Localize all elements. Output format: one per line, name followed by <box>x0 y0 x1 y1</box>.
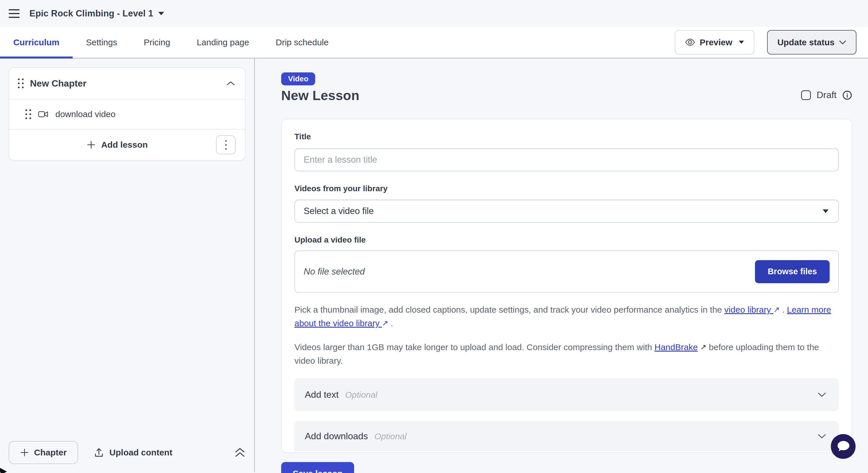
tab-label: Drip schedule <box>276 37 329 47</box>
selected-value: Select a video file <box>304 206 374 216</box>
add-text-label: Add text <box>305 389 339 400</box>
tab-label: Curriculum <box>13 37 59 47</box>
preview-label: Preview <box>700 37 732 47</box>
caret-down-icon <box>823 210 829 213</box>
help-text: . <box>780 305 787 314</box>
lesson-form-card: Title Videos from your library Select a … <box>281 119 852 453</box>
add-downloads-label: Add downloads <box>305 431 368 441</box>
link-label: HandBrake <box>655 342 698 352</box>
draft-checkbox[interactable] <box>801 90 811 100</box>
lesson-type-badge: Video <box>281 72 315 85</box>
lesson-title: download video <box>55 109 116 119</box>
update-status-label: Update status <box>777 37 835 47</box>
video-library-group: Videos from your library Select a video … <box>294 184 839 223</box>
help-text: Pick a thumbnail image, add closed capti… <box>294 305 724 314</box>
info-icon[interactable] <box>842 90 852 100</box>
tab-curriculum[interactable]: Curriculum <box>0 27 73 58</box>
no-file-text: No file selected <box>304 266 365 277</box>
lesson-item[interactable]: download video <box>9 99 245 129</box>
preview-button[interactable]: Preview <box>675 30 754 55</box>
eye-icon <box>685 39 695 46</box>
curriculum-sidebar: New Chapter download video <box>0 59 255 472</box>
video-library-select[interactable]: Select a video file <box>294 199 839 223</box>
chevron-down-icon <box>839 40 846 44</box>
external-link-icon: ↗ <box>700 341 707 354</box>
plus-icon <box>20 448 29 457</box>
tab-label: Settings <box>86 37 117 47</box>
title-field-group: Title <box>294 132 839 171</box>
tab-settings[interactable]: Settings <box>73 27 130 58</box>
optional-tag: Optional <box>345 390 377 400</box>
video-library-help-text: Pick a thumbnail image, add closed capti… <box>294 303 839 330</box>
add-chapter-label: Chapter <box>34 448 67 458</box>
section-label-group: Add downloads Optional <box>305 431 407 442</box>
upload-video-group: Upload a video file No file selected Bro… <box>294 235 839 367</box>
upload-content-label: Upload content <box>109 448 172 458</box>
video-camera-icon <box>38 111 49 118</box>
chapter-footer: Add lesson <box>9 129 245 160</box>
video-library-label: Videos from your library <box>294 184 839 193</box>
caret-down-icon <box>158 12 164 15</box>
drag-handle-icon[interactable] <box>25 109 31 119</box>
double-chevron-up-icon <box>235 447 245 458</box>
chapter-card: New Chapter download video <box>9 67 245 161</box>
sidebar-footer: Chapter Upload content <box>9 441 245 464</box>
update-status-button[interactable]: Update status <box>767 30 857 55</box>
section-label-group: Add text Optional <box>305 389 377 400</box>
chevron-down-icon <box>817 392 826 397</box>
chapter-menu-button[interactable] <box>216 135 236 154</box>
upload-content-button[interactable]: Upload content <box>94 448 172 458</box>
lesson-header: Video New Lesson Draft <box>281 72 852 103</box>
course-switcher[interactable]: Epic Rock Climbing - Level 1 <box>29 8 164 19</box>
save-lesson-button[interactable]: Save lesson <box>281 462 354 473</box>
upload-icon <box>94 448 103 458</box>
link-label: video library <box>724 305 771 314</box>
chevron-up-icon[interactable] <box>226 81 235 86</box>
lesson-title-block: Video New Lesson <box>281 72 359 103</box>
caret-down-icon <box>739 41 744 44</box>
external-link-icon: ↗ <box>382 317 389 330</box>
help-text: Videos larger than 1GB may take longer t… <box>294 342 655 352</box>
chapter-header[interactable]: New Chapter <box>9 68 245 99</box>
course-tabs: Curriculum Settings Pricing Landing page… <box>0 27 342 58</box>
drag-handle-icon[interactable] <box>18 78 24 88</box>
help-text: . <box>388 318 393 328</box>
upload-video-label: Upload a video file <box>294 235 839 245</box>
mouse-cursor <box>0 467 7 473</box>
lesson-title-input[interactable] <box>294 148 839 171</box>
menu-icon[interactable] <box>9 9 20 18</box>
external-link-icon: ↗ <box>773 303 780 316</box>
tab-drip-schedule[interactable]: Drip schedule <box>262 27 342 58</box>
compression-help-text: Videos larger than 1GB may take longer t… <box>294 341 839 367</box>
top-bar: Epic Rock Climbing - Level 1 <box>0 0 868 27</box>
draft-toggle-group: Draft <box>801 90 852 100</box>
chapter-title: New Chapter <box>30 78 226 89</box>
collapse-all-button[interactable] <box>235 447 245 458</box>
video-library-link[interactable]: video library ↗ <box>724 305 780 314</box>
header-actions: Preview Update status <box>675 27 857 58</box>
tab-bar: Curriculum Settings Pricing Landing page… <box>0 27 868 59</box>
tab-label: Pricing <box>144 37 170 47</box>
lesson-editor: Video New Lesson Draft Title <box>255 59 868 472</box>
browse-files-button[interactable]: Browse files <box>755 260 830 283</box>
optional-tag: Optional <box>374 432 407 441</box>
add-lesson-button[interactable]: Add lesson <box>19 140 216 150</box>
chevron-down-icon <box>817 434 826 439</box>
handbrake-link[interactable]: HandBrake <box>655 342 698 352</box>
add-text-section[interactable]: Add text Optional <box>294 378 839 411</box>
tab-landing-page[interactable]: Landing page <box>183 27 262 58</box>
tab-pricing[interactable]: Pricing <box>130 27 183 58</box>
add-chapter-button[interactable]: Chapter <box>9 441 78 464</box>
course-title: Epic Rock Climbing - Level 1 <box>29 8 153 19</box>
file-upload-box: No file selected Browse files <box>294 250 839 293</box>
page-title: New Lesson <box>281 88 359 103</box>
tab-label: Landing page <box>197 37 249 47</box>
chat-launcher-button[interactable] <box>831 434 856 459</box>
plus-icon <box>87 140 95 149</box>
title-label: Title <box>294 132 839 141</box>
add-downloads-section[interactable]: Add downloads Optional <box>294 421 839 451</box>
add-lesson-label: Add lesson <box>101 140 148 150</box>
draft-label: Draft <box>817 90 837 100</box>
